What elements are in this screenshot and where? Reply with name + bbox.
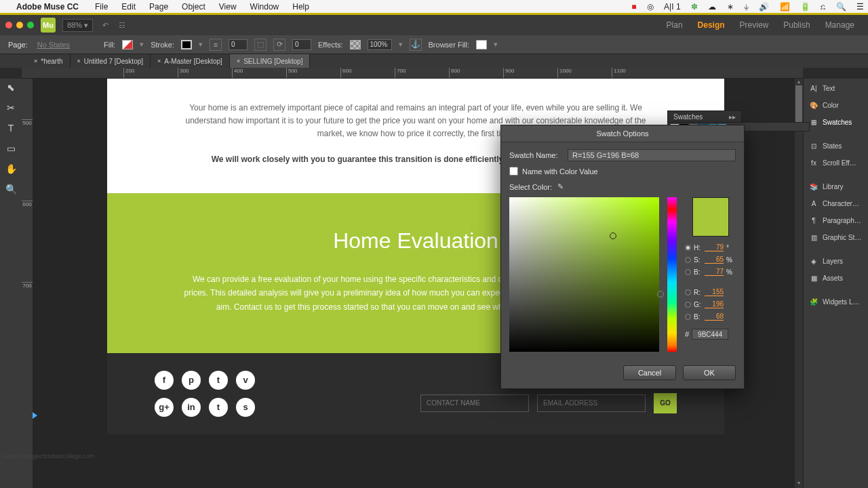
- menu-help[interactable]: Help: [285, 2, 316, 12]
- vimeo-icon[interactable]: v: [236, 371, 255, 390]
- undo-icon[interactable]: ↶: [98, 21, 113, 29]
- h-value[interactable]: 79: [705, 243, 724, 251]
- expand-panel-icon[interactable]: ▸▸: [729, 113, 736, 121]
- panel-character[interactable]: ACharacter…: [804, 195, 868, 212]
- zoom-tool-icon[interactable]: 🔍: [5, 183, 17, 195]
- g-radio[interactable]: [685, 302, 691, 308]
- menu-page[interactable]: Page: [142, 2, 175, 12]
- sv-marker-icon[interactable]: [610, 232, 616, 239]
- rotate-input[interactable]: [292, 39, 311, 50]
- zoom-window-icon[interactable]: [27, 22, 34, 28]
- ok-button[interactable]: OK: [683, 365, 736, 380]
- browser-fill-swatch[interactable]: [476, 40, 487, 49]
- ai-count-icon[interactable]: A|I 1: [660, 2, 684, 12]
- effects-swatch[interactable]: [350, 40, 361, 49]
- g-value[interactable]: 196: [705, 300, 724, 308]
- panel-graphic-styles[interactable]: ▥Graphic St…: [804, 229, 868, 246]
- notification-icon[interactable]: ☰: [852, 2, 868, 12]
- skype-icon[interactable]: s: [236, 398, 255, 417]
- vertical-scrollbar[interactable]: ▴ ▾: [795, 79, 803, 488]
- bl-value[interactable]: 68: [705, 312, 724, 321]
- panel-assets[interactable]: ▦Assets: [804, 270, 868, 287]
- h-radio[interactable]: [685, 245, 691, 251]
- stroke-weight-input[interactable]: [229, 39, 248, 50]
- wifi-icon[interactable]: ⏚: [740, 2, 753, 12]
- panel-swatches[interactable]: ⊞Swatches: [804, 114, 868, 131]
- panel-scroll-effects[interactable]: fxScroll Eff…: [804, 155, 868, 171]
- bl-radio[interactable]: [685, 314, 691, 320]
- facebook-icon[interactable]: f: [155, 371, 174, 390]
- doc-tab-amaster[interactable]: ×A-Master [Desktop]: [151, 54, 230, 68]
- saturation-value-field[interactable]: [509, 197, 659, 352]
- cancel-button[interactable]: Cancel: [623, 365, 676, 380]
- rectangle-tool-icon[interactable]: ▭: [5, 142, 17, 155]
- r-radio[interactable]: [685, 289, 691, 296]
- linkedin-icon[interactable]: in: [182, 398, 201, 417]
- menu-object[interactable]: Object: [175, 2, 212, 12]
- battery-icon[interactable]: 🔋: [796, 2, 814, 12]
- twitter-icon[interactable]: t: [209, 371, 228, 390]
- eyedropper-icon[interactable]: ✎: [557, 182, 567, 192]
- b-value[interactable]: 77: [705, 268, 724, 276]
- record-icon[interactable]: ■: [627, 2, 640, 12]
- doc-tab-selling[interactable]: ×SELLING [Desktop]: [230, 54, 311, 68]
- panel-widgets-library[interactable]: 🧩Widgets L…: [804, 293, 868, 310]
- mode-preview[interactable]: Preview: [740, 20, 769, 30]
- panel-library[interactable]: 📚Library: [804, 178, 868, 195]
- sync-icon[interactable]: ✽: [687, 2, 702, 12]
- menu-edit[interactable]: Edit: [115, 2, 142, 12]
- menu-window[interactable]: Window: [243, 2, 286, 12]
- googleplus-icon[interactable]: g+: [155, 398, 174, 417]
- panel-paragraph[interactable]: ¶Paragraph…: [804, 212, 868, 229]
- crop-tool-icon[interactable]: ✂: [5, 102, 17, 114]
- anchor-icon[interactable]: ⚓: [410, 39, 422, 51]
- fill-swatch[interactable]: [122, 40, 133, 49]
- b-radio[interactable]: [685, 269, 691, 275]
- close-window-icon[interactable]: [5, 22, 12, 28]
- hand-tool-icon[interactable]: ✋: [5, 163, 17, 175]
- panel-text[interactable]: A|Text: [804, 80, 868, 97]
- spotlight-icon[interactable]: 🔍: [832, 2, 850, 12]
- vertical-ruler[interactable]: 500 600 700: [22, 79, 33, 488]
- corner-icon[interactable]: ⬚: [254, 39, 267, 51]
- go-button[interactable]: GO: [654, 393, 677, 413]
- hex-input[interactable]: [692, 329, 728, 340]
- s-radio[interactable]: [685, 257, 691, 263]
- doc-tab-untitled7[interactable]: ×Untitled 7 [Desktop]: [71, 54, 151, 68]
- doc-tab-hearth[interactable]: ×*hearth: [27, 54, 71, 68]
- pinterest-icon[interactable]: p: [182, 371, 201, 390]
- stroke-swatch[interactable]: [181, 40, 192, 49]
- bluetooth-icon[interactable]: ∗: [723, 2, 738, 12]
- page-state-link[interactable]: No States: [37, 41, 70, 49]
- guide-marker-icon[interactable]: [33, 412, 37, 419]
- selection-tool-icon[interactable]: ⬉: [5, 81, 17, 94]
- r-value[interactable]: 155: [705, 288, 724, 296]
- zoom-dropdown[interactable]: 88% ▾: [62, 19, 93, 32]
- panel-color[interactable]: 🎨Color: [804, 97, 868, 114]
- cloud-icon[interactable]: ☁: [704, 2, 720, 12]
- minimize-window-icon[interactable]: [16, 22, 23, 28]
- hue-slider[interactable]: [667, 197, 677, 352]
- name-with-color-checkbox[interactable]: [509, 167, 518, 176]
- panel-states[interactable]: ⊡States: [804, 138, 868, 155]
- tumblr-icon[interactable]: t: [209, 398, 228, 417]
- swatch-name-input[interactable]: [568, 149, 736, 161]
- mode-manage[interactable]: Manage: [825, 20, 854, 30]
- contact-name-input[interactable]: [420, 394, 529, 412]
- s-value[interactable]: 65: [705, 256, 724, 264]
- menu-view[interactable]: View: [212, 2, 243, 12]
- menu-file[interactable]: File: [88, 2, 115, 12]
- text-tool-icon[interactable]: T: [5, 122, 17, 134]
- redo-icon[interactable]: ☷: [115, 21, 130, 29]
- signal-icon[interactable]: 📶: [776, 2, 794, 12]
- scroll-down-icon[interactable]: ▾: [795, 480, 803, 488]
- horizontal-ruler[interactable]: 200 300 400 500 600 700 800 900 1000 110…: [22, 68, 803, 79]
- opacity-input[interactable]: [368, 39, 392, 50]
- mode-design[interactable]: Design: [698, 20, 725, 30]
- email-address-input[interactable]: [537, 394, 646, 412]
- panel-layers[interactable]: ◈Layers: [804, 253, 868, 270]
- scrollbar-thumb[interactable]: [795, 85, 802, 126]
- volume-icon[interactable]: 🔊: [755, 2, 773, 12]
- cc-icon[interactable]: ◎: [643, 2, 658, 12]
- timemachine-icon[interactable]: ⎌: [816, 2, 829, 12]
